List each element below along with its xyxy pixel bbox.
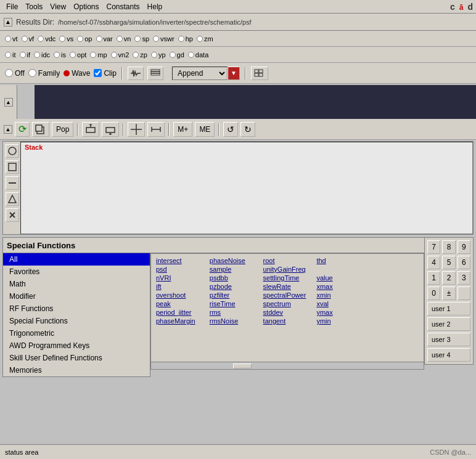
- append-select[interactable]: Append Replace Add to: [172, 67, 228, 80]
- fn-overshoot[interactable]: overshoot: [154, 291, 207, 299]
- signal-yp[interactable]: yp: [151, 51, 166, 59]
- stack-btn-5[interactable]: [6, 208, 19, 222]
- fn-pzfilter[interactable]: pzfilter: [207, 291, 261, 299]
- undo-btn[interactable]: ↺: [223, 122, 238, 137]
- user-btn-3[interactable]: user 3: [427, 333, 470, 346]
- fn-nVRI[interactable]: nVRI: [154, 274, 207, 282]
- fn-phaseMargin[interactable]: phaseMargin: [154, 317, 207, 325]
- waveform-scroll-up[interactable]: ▲: [4, 98, 13, 107]
- signal-zm[interactable]: zm: [197, 35, 213, 43]
- num-5[interactable]: 5: [442, 256, 455, 269]
- signal-zp[interactable]: zp: [133, 51, 147, 59]
- redo-btn[interactable]: ↻: [240, 122, 255, 137]
- menu-file[interactable]: File: [2, 1, 22, 12]
- mode-wave[interactable]: Wave: [64, 69, 90, 78]
- fn-hscrollbar[interactable]: [151, 362, 424, 369]
- menu-item-favorites[interactable]: Favorites: [3, 266, 150, 278]
- num-plusminus[interactable]: ±: [442, 286, 455, 300]
- fn-root[interactable]: root: [261, 256, 314, 265]
- num-3[interactable]: 3: [458, 271, 470, 285]
- fn-sample[interactable]: sample: [207, 265, 261, 274]
- toolbar2-back-btn[interactable]: ▲: [4, 125, 12, 134]
- fn-psd[interactable]: psd: [154, 265, 207, 274]
- fn-phaseNoise[interactable]: phaseNoise: [207, 256, 261, 265]
- table-icon-btn[interactable]: [147, 67, 163, 80]
- fn-thd[interactable]: thd: [314, 256, 367, 265]
- signal-opt[interactable]: opt: [70, 51, 86, 59]
- num-7[interactable]: 7: [427, 240, 440, 254]
- mode-off[interactable]: Off: [5, 69, 25, 78]
- menu-options[interactable]: Options: [70, 1, 102, 12]
- signal-hp[interactable]: hp: [178, 35, 193, 43]
- menu-item-special-functions[interactable]: Special Functions: [3, 315, 150, 327]
- signal-sp[interactable]: sp: [134, 35, 149, 43]
- pop-button[interactable]: Pop: [52, 122, 73, 137]
- signal-vs[interactable]: vs: [59, 35, 73, 43]
- fn-spectrum[interactable]: spectrum: [261, 299, 314, 308]
- menu-help[interactable]: Help: [144, 1, 166, 12]
- stack-btn-2[interactable]: [6, 160, 19, 174]
- signal-mp[interactable]: mp: [90, 51, 107, 59]
- menu-tools[interactable]: Tools: [22, 1, 46, 12]
- fn-ift[interactable]: ift: [154, 282, 207, 291]
- fn-ymax[interactable]: ymax: [314, 308, 367, 317]
- append-dropdown[interactable]: Append Replace Add to ▼: [172, 67, 240, 80]
- user-btn-2[interactable]: user 2: [427, 317, 470, 331]
- signal-vf[interactable]: vf: [22, 35, 35, 43]
- fn-period-jitter[interactable]: period_jitter: [154, 308, 207, 317]
- fn-xval[interactable]: xval: [314, 299, 367, 308]
- num-2[interactable]: 2: [442, 271, 455, 285]
- signal-op[interactable]: op: [77, 35, 92, 43]
- signal-if[interactable]: if: [20, 51, 31, 59]
- menu-item-rf-functions[interactable]: RF Functions: [3, 303, 150, 315]
- fn-pzbode[interactable]: pzbode: [207, 282, 261, 291]
- cursor-btn[interactable]: [128, 122, 145, 137]
- fn-value[interactable]: value: [314, 274, 367, 282]
- zoom-in-btn[interactable]: [82, 122, 99, 137]
- me-button[interactable]: ME: [195, 122, 215, 137]
- zoom-out-btn[interactable]: [102, 122, 119, 137]
- fn-peak[interactable]: peak: [154, 299, 207, 308]
- signal-var[interactable]: var: [96, 35, 113, 43]
- append-btn[interactable]: ▼: [228, 67, 240, 80]
- num-6[interactable]: 6: [458, 256, 470, 269]
- results-back-button[interactable]: ▲: [4, 18, 12, 26]
- menu-item-memories[interactable]: Memories: [3, 364, 150, 376]
- fn-xmax[interactable]: xmax: [314, 282, 367, 291]
- fn-stddev[interactable]: stddev: [261, 308, 314, 317]
- user-btn-1[interactable]: user 1: [427, 302, 470, 315]
- fn-xmin[interactable]: xmin: [314, 291, 367, 299]
- signal-idc[interactable]: idc: [34, 51, 50, 59]
- stack-btn-4[interactable]: [6, 192, 19, 206]
- num-8[interactable]: 8: [442, 240, 455, 254]
- stack-btn-1[interactable]: [6, 144, 19, 158]
- menu-item-math[interactable]: Math: [3, 278, 150, 290]
- fn-ymin[interactable]: ymin: [314, 317, 367, 325]
- fn-hscroll-thumb[interactable]: [233, 364, 252, 368]
- signal-vswr[interactable]: vswr: [153, 35, 174, 43]
- copy-btn[interactable]: [32, 122, 49, 137]
- signal-vt[interactable]: vt: [5, 35, 18, 43]
- green-arrow-btn[interactable]: ⟳: [15, 122, 30, 137]
- signal-gd[interactable]: gd: [170, 51, 184, 59]
- num-1[interactable]: 1: [427, 271, 440, 285]
- measure-btn[interactable]: [147, 122, 165, 137]
- waveform-icon-btn[interactable]: [128, 67, 144, 80]
- grid-icon-btn[interactable]: [251, 67, 268, 80]
- fn-psdbb[interactable]: psdbb: [207, 274, 261, 282]
- num-9[interactable]: 9: [458, 240, 470, 254]
- fn-slewRate[interactable]: slewRate: [261, 282, 314, 291]
- menu-item-awd[interactable]: AWD Programmed Keys: [3, 339, 150, 352]
- stack-btn-3[interactable]: [6, 176, 19, 190]
- signal-vn[interactable]: vn: [117, 35, 131, 43]
- fn-intersect[interactable]: intersect: [154, 256, 207, 265]
- signal-vdc[interactable]: vdc: [38, 35, 55, 43]
- menu-view[interactable]: View: [46, 1, 70, 12]
- menu-item-skill[interactable]: Skill User Defined Functions: [3, 352, 150, 364]
- fn-unityGainFreq[interactable]: unityGainFreq: [261, 265, 314, 274]
- num-0[interactable]: 0: [427, 286, 440, 300]
- signal-is[interactable]: is: [54, 51, 66, 59]
- mplus-button[interactable]: M+: [173, 122, 192, 137]
- signal-it[interactable]: it: [5, 51, 16, 59]
- fn-riseTime[interactable]: riseTime: [207, 299, 261, 308]
